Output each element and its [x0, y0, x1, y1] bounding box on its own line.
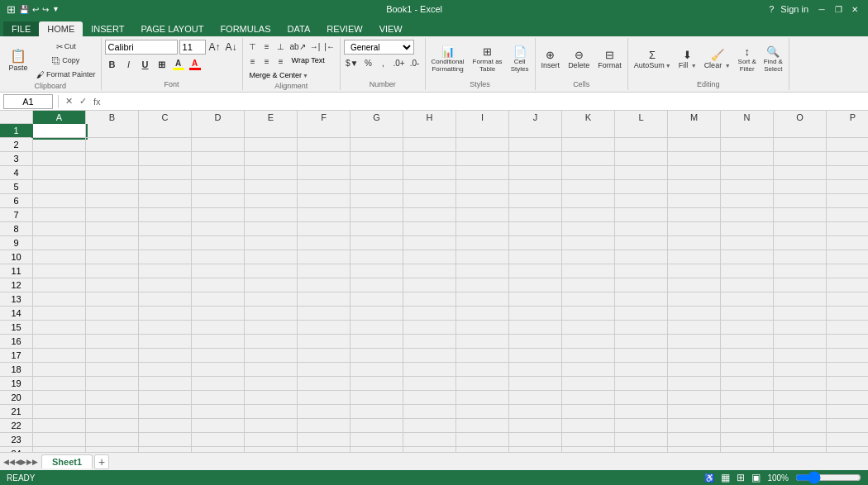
cell-I10[interactable]: [456, 250, 509, 264]
cell-B12[interactable]: [86, 278, 139, 292]
cell-M11[interactable]: [668, 264, 721, 278]
cell-M4[interactable]: [668, 166, 721, 180]
row-header-13[interactable]: 13: [0, 292, 33, 307]
formula-input[interactable]: [106, 94, 865, 109]
cell-M24[interactable]: [668, 447, 721, 452]
row-header-23[interactable]: 23: [0, 433, 33, 447]
cell-B8[interactable]: [86, 222, 139, 236]
cell-K21[interactable]: [562, 405, 615, 419]
cell-D11[interactable]: [192, 264, 245, 278]
cell-A13[interactable]: [33, 292, 86, 307]
cell-I20[interactable]: [456, 391, 509, 405]
cell-M18[interactable]: [668, 363, 721, 377]
cell-N23[interactable]: [721, 433, 774, 447]
cell-E17[interactable]: [245, 349, 298, 363]
cell-G22[interactable]: [351, 419, 403, 433]
cell-K20[interactable]: [562, 391, 615, 405]
cell-A6[interactable]: [33, 194, 86, 208]
cell-A20[interactable]: [33, 391, 86, 405]
cell-A1[interactable]: [33, 124, 86, 138]
cell-I19[interactable]: [456, 377, 509, 391]
cell-F10[interactable]: [298, 250, 351, 264]
cell-B3[interactable]: [86, 152, 139, 166]
cell-H17[interactable]: [403, 349, 456, 363]
row-header-5[interactable]: 5: [0, 180, 33, 194]
cell-O23[interactable]: [774, 433, 827, 447]
tab-page-layout[interactable]: PAGE LAYOUT: [132, 21, 212, 36]
cell-G19[interactable]: [351, 377, 403, 391]
cell-G24[interactable]: [351, 447, 403, 452]
cell-H13[interactable]: [403, 292, 456, 307]
cell-F11[interactable]: [298, 264, 351, 278]
cell-H21[interactable]: [403, 405, 456, 419]
cell-D8[interactable]: [192, 222, 245, 236]
cell-A15[interactable]: [33, 321, 86, 335]
cell-C6[interactable]: [139, 194, 192, 208]
cell-F22[interactable]: [298, 419, 351, 433]
cell-L16[interactable]: [615, 335, 668, 349]
col-header-b[interactable]: B: [86, 111, 139, 124]
cell-F5[interactable]: [298, 180, 351, 194]
cell-I1[interactable]: [456, 124, 509, 138]
align-bottom-button[interactable]: ⊥: [274, 40, 288, 53]
cell-M21[interactable]: [668, 405, 721, 419]
cell-O18[interactable]: [774, 363, 827, 377]
row-header-2[interactable]: 2: [0, 138, 33, 152]
cell-F16[interactable]: [298, 335, 351, 349]
format-painter-button[interactable]: 🖌 Format Painter: [35, 68, 98, 81]
cell-E5[interactable]: [245, 180, 298, 194]
decimal-increase-button[interactable]: .0+: [391, 56, 406, 69]
cell-H10[interactable]: [403, 250, 456, 264]
format-button[interactable]: ⊟ Format: [595, 48, 624, 71]
cell-N7[interactable]: [721, 208, 774, 222]
cell-J17[interactable]: [509, 349, 562, 363]
cell-O20[interactable]: [774, 391, 827, 405]
cell-F2[interactable]: [298, 138, 351, 152]
cell-I23[interactable]: [456, 433, 509, 447]
cell-F1[interactable]: [298, 124, 351, 138]
page-break-icon[interactable]: ⊞: [737, 472, 745, 483]
col-header-g[interactable]: G: [351, 111, 403, 124]
cancel-formula-icon[interactable]: ✕: [64, 96, 74, 107]
cell-K22[interactable]: [562, 419, 615, 433]
cell-G4[interactable]: [351, 166, 403, 180]
cell-J6[interactable]: [509, 194, 562, 208]
cell-D13[interactable]: [192, 292, 245, 307]
cell-H6[interactable]: [403, 194, 456, 208]
cell-I14[interactable]: [456, 307, 509, 321]
cell-C9[interactable]: [139, 236, 192, 250]
cell-G21[interactable]: [351, 405, 403, 419]
cell-P7[interactable]: [827, 208, 868, 222]
cell-F3[interactable]: [298, 152, 351, 166]
cell-B23[interactable]: [86, 433, 139, 447]
autosum-arrow[interactable]: ▼: [665, 63, 671, 69]
cell-J16[interactable]: [509, 335, 562, 349]
last-sheet-button[interactable]: ▶▶: [26, 458, 38, 466]
cell-E2[interactable]: [245, 138, 298, 152]
cell-K5[interactable]: [562, 180, 615, 194]
cell-L13[interactable]: [615, 292, 668, 307]
cell-P20[interactable]: [827, 391, 868, 405]
decrease-font-button[interactable]: A↓: [224, 40, 239, 54]
cell-D24[interactable]: [192, 447, 245, 452]
cell-M20[interactable]: [668, 391, 721, 405]
cell-E14[interactable]: [245, 307, 298, 321]
row-header-16[interactable]: 16: [0, 335, 33, 349]
cell-F19[interactable]: [298, 377, 351, 391]
cell-A19[interactable]: [33, 377, 86, 391]
col-header-l[interactable]: L: [615, 111, 668, 124]
row-header-10[interactable]: 10: [0, 250, 33, 264]
cell-P17[interactable]: [827, 349, 868, 363]
cell-D20[interactable]: [192, 391, 245, 405]
cell-J1[interactable]: [509, 124, 562, 138]
cell-C18[interactable]: [139, 363, 192, 377]
tab-formulas[interactable]: FORMULAS: [212, 21, 279, 36]
cell-L1[interactable]: [615, 124, 668, 138]
cell-K14[interactable]: [562, 307, 615, 321]
cell-J12[interactable]: [509, 278, 562, 292]
cell-K9[interactable]: [562, 236, 615, 250]
row-header-7[interactable]: 7: [0, 208, 33, 222]
cell-F7[interactable]: [298, 208, 351, 222]
cell-E22[interactable]: [245, 419, 298, 433]
cell-N22[interactable]: [721, 419, 774, 433]
